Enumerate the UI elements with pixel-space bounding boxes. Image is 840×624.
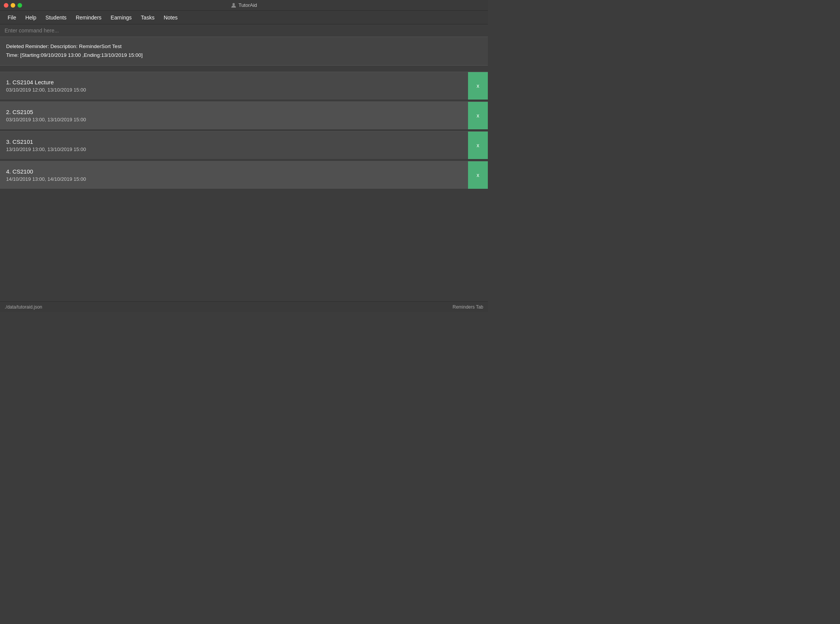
close-button[interactable] — [4, 3, 8, 8]
menu-help[interactable]: Help — [22, 13, 40, 22]
reminder-delete-button[interactable]: x — [468, 102, 488, 129]
menu-notes[interactable]: Notes — [160, 13, 181, 22]
reminder-title: 3. CS2101 — [6, 138, 462, 145]
title-bar: TutorAid — [0, 0, 488, 11]
menu-bar: File Help Students Reminders Earnings Ta… — [0, 11, 488, 24]
reminder-item: 3. CS210113/10/2019 13:00, 13/10/2019 15… — [0, 131, 488, 159]
menu-reminders[interactable]: Reminders — [72, 13, 106, 22]
reminder-dates: 03/10/2019 12:00, 13/10/2019 15:00 — [6, 87, 462, 93]
reminder-title: 1. CS2104 Lecture — [6, 79, 462, 85]
status-bar: ./data/tutoraid.json Reminders Tab — [0, 301, 488, 312]
reminder-item: 4. CS210014/10/2019 13:00, 14/10/2019 15… — [0, 161, 488, 189]
reminder-dates: 03/10/2019 13:00, 13/10/2019 15:00 — [6, 117, 462, 122]
app-title: TutorAid — [231, 2, 257, 8]
reminder-delete-button[interactable]: x — [468, 72, 488, 100]
reminders-list: 1. CS2104 Lecture03/10/2019 12:00, 13/10… — [0, 66, 488, 301]
content-spacer — [0, 191, 488, 295]
command-area — [0, 24, 488, 37]
menu-students[interactable]: Students — [42, 13, 70, 22]
maximize-button[interactable] — [18, 3, 22, 8]
reminder-content: 1. CS2104 Lecture03/10/2019 12:00, 13/10… — [0, 72, 468, 100]
command-input[interactable] — [5, 27, 483, 34]
status-bar-left: ./data/tutoraid.json — [5, 304, 42, 310]
reminder-delete-button[interactable]: x — [468, 132, 488, 159]
app-icon — [231, 3, 236, 8]
menu-earnings[interactable]: Earnings — [107, 13, 135, 22]
app-title-text: TutorAid — [239, 2, 257, 8]
reminder-item: 2. CS210503/10/2019 13:00, 13/10/2019 15… — [0, 101, 488, 130]
status-bar-right: Reminders Tab — [453, 304, 483, 310]
reminder-title: 2. CS2105 — [6, 109, 462, 115]
menu-tasks[interactable]: Tasks — [137, 13, 159, 22]
reminder-content: 2. CS210503/10/2019 13:00, 13/10/2019 15… — [0, 102, 468, 129]
status-area: Deleted Reminder: Description: ReminderS… — [0, 37, 488, 66]
traffic-lights — [4, 3, 22, 8]
reminder-content: 3. CS210113/10/2019 13:00, 13/10/2019 15… — [0, 132, 468, 159]
status-line-1: Deleted Reminder: Description: ReminderS… — [6, 42, 482, 51]
svg-point-0 — [232, 3, 235, 5]
reminder-dates: 13/10/2019 13:00, 13/10/2019 15:00 — [6, 146, 462, 152]
reminder-title: 4. CS2100 — [6, 168, 462, 175]
status-line-2: Time: [Starting:09/10/2019 13:00 ,Ending… — [6, 51, 482, 60]
reminder-dates: 14/10/2019 13:00, 14/10/2019 15:00 — [6, 176, 462, 182]
minimize-button[interactable] — [11, 3, 15, 8]
reminder-content: 4. CS210014/10/2019 13:00, 14/10/2019 15… — [0, 161, 468, 189]
reminder-delete-button[interactable]: x — [468, 161, 488, 189]
reminder-item: 1. CS2104 Lecture03/10/2019 12:00, 13/10… — [0, 72, 488, 100]
menu-file[interactable]: File — [4, 13, 20, 22]
